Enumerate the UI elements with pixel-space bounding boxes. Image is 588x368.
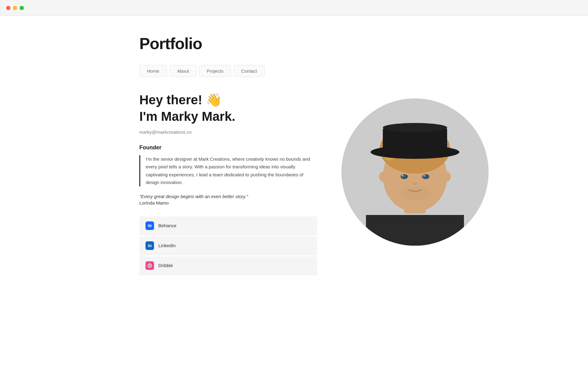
profile-image (341, 98, 488, 246)
quote-author: Lorinda Mamo (139, 200, 317, 205)
dribble-label: Dribble (158, 263, 173, 268)
behance-label: Behance (158, 223, 176, 228)
bio-block: I'm the senior designer at Mark Creation… (139, 155, 317, 186)
main-content: Portfolio Home About Projects Contact He… (110, 16, 478, 295)
hero-section: Hey there! 👋 I'm Marky Mark. marky@markc… (139, 92, 449, 276)
nav-item-home[interactable]: Home (139, 65, 167, 77)
svg-point-21 (401, 174, 408, 179)
greeting-text: Hey there! 👋 (139, 92, 317, 108)
linkedin-icon: in (145, 241, 154, 250)
social-item-behance[interactable]: Bē Behance (139, 217, 317, 235)
svg-point-23 (402, 175, 404, 177)
nav-item-about[interactable]: About (169, 65, 197, 77)
svg-point-24 (423, 175, 425, 177)
quote-section: "Every great design begins with an even … (139, 194, 317, 205)
profile-placeholder (341, 98, 488, 246)
minimize-button[interactable] (13, 6, 17, 10)
page-title: Portfolio (139, 34, 449, 53)
bio-text: I'm the senior designer at Mark Creation… (146, 155, 317, 186)
svg-point-28 (400, 187, 430, 200)
social-item-dribble[interactable]: Dribble (139, 256, 317, 275)
svg-point-27 (443, 172, 451, 182)
svg-point-26 (379, 172, 386, 182)
nav-bar: Home About Projects Contact (139, 65, 449, 77)
svg-point-20 (383, 123, 447, 132)
behance-icon: Bē (145, 221, 154, 230)
svg-point-22 (422, 174, 429, 179)
hero-left: Hey there! 👋 I'm Marky Mark. marky@markc… (139, 92, 317, 276)
nav-item-contact[interactable]: Contact (233, 65, 265, 77)
role-title: Founder (139, 144, 317, 151)
linkedin-label: LinkedIn (158, 243, 176, 248)
nav-item-projects[interactable]: Projects (199, 65, 231, 77)
close-button[interactable] (6, 6, 10, 10)
navigation: Home About Projects Contact (139, 65, 449, 77)
svg-point-25 (413, 182, 417, 185)
email-text: marky@markcreations.co (139, 129, 317, 135)
maximize-button[interactable] (20, 6, 24, 10)
quote-text: "Every great design begins with an even … (139, 194, 317, 199)
name-text: I'm Marky Mark. (139, 109, 317, 124)
hero-right (341, 92, 488, 246)
svg-rect-5 (366, 215, 464, 246)
social-links: Bē Behance in LinkedIn (139, 217, 317, 276)
titlebar (0, 0, 588, 16)
dribble-icon (145, 261, 154, 270)
social-item-linkedin[interactable]: in LinkedIn (139, 236, 317, 255)
